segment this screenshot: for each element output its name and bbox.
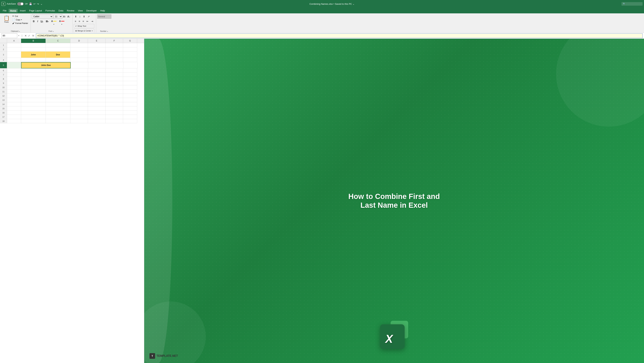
- font-size-select[interactable]: 11: [54, 14, 62, 19]
- cell-e2[interactable]: [88, 47, 106, 52]
- cell-b2[interactable]: [21, 47, 46, 52]
- col-header-c[interactable]: C: [46, 39, 70, 43]
- left-align-button[interactable]: ≡: [74, 19, 77, 24]
- cell-b5[interactable]: John Doe: [21, 62, 71, 68]
- text-orient-button[interactable]: ↗: [86, 14, 91, 19]
- cell-g4[interactable]: [123, 58, 137, 62]
- col-header-g[interactable]: G: [123, 39, 137, 43]
- cell-f3[interactable]: [106, 52, 123, 58]
- borders-button[interactable]: ⊞▾: [45, 19, 50, 24]
- row-num-2: 2: [0, 47, 7, 52]
- merge-center-button[interactable]: ⊞ Merge & Center ▾: [74, 29, 94, 33]
- clipboard-expand-icon[interactable]: ↘: [19, 30, 20, 32]
- cell-c1[interactable]: [46, 43, 70, 47]
- search-input[interactable]: [622, 2, 642, 6]
- cell-e3[interactable]: [88, 52, 106, 58]
- copy-button[interactable]: 📄 Copy ▾: [12, 18, 29, 21]
- col-header-d[interactable]: D: [70, 39, 88, 43]
- cell-c3[interactable]: Doe: [46, 52, 70, 58]
- clipboard-content: 📋 Paste ✂ Cut 📄 Copy ▾ 🖌 Format Painter: [2, 14, 29, 30]
- cell-e4[interactable]: [88, 58, 106, 62]
- underline-button[interactable]: U▾: [40, 19, 44, 24]
- font-color-button[interactable]: A ▾: [58, 19, 66, 24]
- center-align-button[interactable]: ≡: [78, 19, 81, 24]
- cell-d2[interactable]: [70, 47, 88, 52]
- bottom-align-button[interactable]: ⬇: [82, 14, 86, 19]
- cell-c2[interactable]: [46, 47, 70, 52]
- fill-color-button[interactable]: A ▾: [50, 19, 58, 24]
- menu-file[interactable]: File: [2, 9, 8, 12]
- menu-insert[interactable]: Insert: [18, 9, 27, 12]
- font-expand-icon[interactable]: ↘: [52, 30, 54, 32]
- formula-more-button[interactable]: ⋮: [20, 34, 24, 37]
- menu-review[interactable]: Review: [66, 9, 76, 12]
- undo-button[interactable]: ↩: [34, 2, 36, 5]
- more-commands-button[interactable]: ⌄: [40, 2, 42, 5]
- col-header-b[interactable]: B: [21, 39, 46, 43]
- cut-button[interactable]: ✂ Cut: [12, 14, 29, 18]
- cell-a1[interactable]: [7, 43, 21, 47]
- menu-help[interactable]: Help: [99, 9, 106, 12]
- table-row: 17: [0, 115, 144, 119]
- cell-g5[interactable]: [124, 62, 138, 68]
- row-num-3: 3: [0, 52, 7, 58]
- cell-e1[interactable]: [88, 43, 106, 47]
- formula-confirm-button[interactable]: ✓: [28, 34, 30, 37]
- font-row2: B I U▾ ⊞▾ A ▾: [32, 19, 71, 24]
- autosave-toggle[interactable]: [17, 2, 24, 6]
- grow-font-button[interactable]: A↑: [63, 15, 66, 18]
- redo-button[interactable]: ↪: [37, 2, 39, 5]
- cell-g3[interactable]: [123, 52, 137, 58]
- copy-dropdown-arrow[interactable]: ▾: [21, 19, 22, 20]
- menu-data[interactable]: Data: [57, 9, 65, 12]
- cell-a2[interactable]: [7, 47, 21, 52]
- middle-align-button[interactable]: ↕: [78, 14, 82, 19]
- cell-d3[interactable]: [70, 52, 88, 58]
- paste-button[interactable]: 📋 Paste: [2, 14, 11, 24]
- inc-indent-button[interactable]: ⇥: [90, 19, 94, 24]
- cell-f4[interactable]: [106, 58, 123, 62]
- cell-b3[interactable]: John: [21, 52, 46, 58]
- cell-d1[interactable]: [70, 43, 88, 47]
- cell-a3[interactable]: [7, 52, 21, 58]
- menu-view[interactable]: View: [76, 9, 84, 12]
- name-box[interactable]: [2, 34, 17, 38]
- menu-home[interactable]: Home: [8, 9, 18, 12]
- right-align-button[interactable]: ≡: [82, 19, 85, 24]
- cell-a5[interactable]: [7, 62, 21, 68]
- cell-f1[interactable]: [106, 43, 123, 47]
- formula-cancel-button[interactable]: ✕: [24, 34, 27, 37]
- col-header-e[interactable]: E: [88, 39, 106, 43]
- format-painter-button[interactable]: 🖌 Format Painter: [12, 22, 29, 25]
- cell-g1[interactable]: [123, 43, 137, 47]
- shrink-font-button[interactable]: A↓: [67, 15, 71, 18]
- cell-c4[interactable]: [46, 58, 70, 62]
- format-painter-icon: 🖌: [12, 22, 14, 24]
- cell-b4[interactable]: [21, 58, 46, 62]
- cell-d4[interactable]: [70, 58, 88, 62]
- formula-input[interactable]: [36, 34, 642, 38]
- top-align-button[interactable]: ⬆: [74, 14, 78, 19]
- cell-f5[interactable]: [106, 62, 124, 68]
- bold-button[interactable]: B: [32, 19, 36, 24]
- cell-a4[interactable]: [7, 58, 21, 62]
- table-row: 14: [0, 102, 144, 106]
- cell-g2[interactable]: [123, 47, 137, 52]
- fill-color-bar: [53, 21, 56, 22]
- col-header-f[interactable]: F: [106, 39, 123, 43]
- wrap-text-button[interactable]: ↵ Wrap Text: [74, 24, 94, 28]
- italic-button[interactable]: I: [36, 19, 39, 24]
- dec-indent-button[interactable]: ⇤: [86, 19, 90, 24]
- menu-page-layout[interactable]: Page Layout: [28, 9, 44, 12]
- cell-f2[interactable]: [106, 47, 123, 52]
- menu-developer[interactable]: Developer: [85, 9, 98, 12]
- font-family-select[interactable]: Calibri: [32, 14, 53, 19]
- name-box-expand[interactable]: ▾: [18, 34, 19, 37]
- cell-d5[interactable]: [71, 62, 88, 68]
- number-expand-icon[interactable]: ↘: [107, 30, 108, 32]
- cell-b1[interactable]: [21, 43, 46, 47]
- save-button[interactable]: 💾: [29, 2, 32, 5]
- cell-e5[interactable]: [88, 62, 106, 68]
- menu-formulas[interactable]: Formulas: [44, 9, 56, 12]
- col-header-a[interactable]: A: [7, 39, 21, 43]
